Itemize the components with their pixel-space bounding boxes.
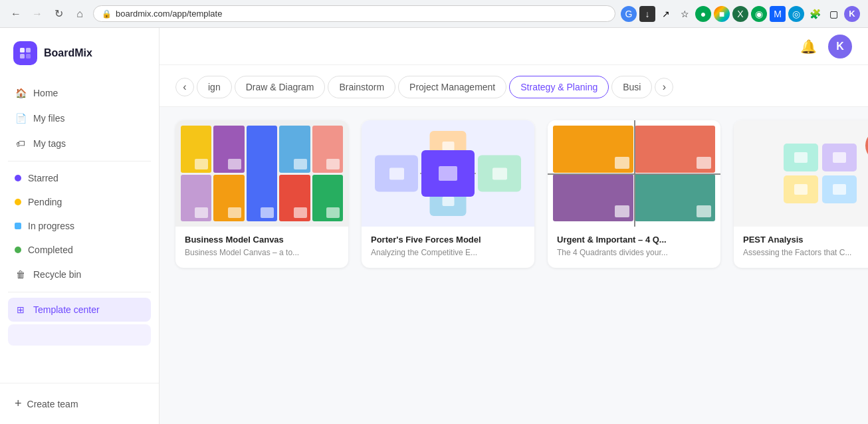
my-tags-label: My tags [33, 138, 66, 149]
sidebar-item-recycle-bin[interactable]: 🗑 Recycle bin [8, 263, 151, 286]
tabs-bar: ‹ ign Draw & Diagram Brainstorm Project … [160, 65, 868, 107]
user-avatar-browser[interactable]: K [844, 6, 860, 22]
star-browser-icon[interactable]: ☆ [677, 6, 693, 22]
trash-icon: 🗑 [15, 268, 27, 280]
browser-icons: G ↓ ↗ ☆ ● ■ X ◉ M ◎ 🧩 ▢ K [621, 6, 860, 22]
address-bar[interactable]: 🔒 boardmix.com/app/template [93, 5, 615, 22]
tab-brainstorm[interactable]: Brainstorm [328, 76, 395, 98]
ext3-icon[interactable]: X [732, 6, 748, 22]
create-team-button[interactable]: + Create team [8, 391, 151, 416]
template-card-pest[interactable]: PEST Analysis Assessing the Factors that… [734, 120, 868, 268]
sidebar-item-pending[interactable]: Pending [8, 191, 151, 213]
pending-label: Pending [28, 197, 62, 207]
forward-button[interactable]: → [29, 6, 45, 22]
ui-info: Urgent & Important – 4 Q... The 4 Quadra… [548, 227, 720, 268]
sidebar-item-in-progress[interactable]: In progress [8, 215, 151, 237]
sidebar-item-collapsed[interactable] [8, 324, 151, 346]
svg-rect-2 [20, 54, 25, 58]
home-browser-button[interactable]: ⌂ [72, 6, 88, 22]
app-layout: BoardMix 🏠 Home 📄 My files 🏷 My tags Sta… [0, 28, 868, 424]
sidebar-bottom: + Create team [0, 383, 159, 424]
ui-desc: The 4 Quadrants divides your... [557, 247, 711, 259]
pfm-desc: Analyzing the Competitive E... [371, 247, 525, 259]
svg-rect-0 [20, 48, 25, 53]
pest-desc: Assessing the Factors that C... [743, 247, 868, 259]
sidebar-item-starred[interactable]: Starred [8, 167, 151, 189]
sidebar-item-completed[interactable]: Completed [8, 239, 151, 261]
sidebar: BoardMix 🏠 Home 📄 My files 🏷 My tags Sta… [0, 28, 160, 424]
home-icon: 🏠 [15, 87, 27, 99]
bmc-info: Business Model Canvas Business Model Can… [175, 227, 348, 268]
starred-dot [15, 175, 21, 181]
tag-icon: 🏷 [15, 138, 27, 150]
template-card-bmc[interactable]: Business Model Canvas Business Model Can… [175, 120, 348, 268]
pest-preview [734, 120, 868, 227]
window-icon[interactable]: ▢ [825, 6, 841, 22]
template-card-ui[interactable]: Urgent & Important – 4 Q... The 4 Quadra… [548, 120, 720, 268]
svg-rect-1 [26, 48, 31, 53]
pfm-title: Porter's Five Forces Model [371, 235, 525, 245]
tab-design-label: ign [208, 82, 221, 92]
starred-label: Starred [28, 173, 58, 183]
user-avatar[interactable]: K [828, 35, 852, 58]
completed-label: Completed [28, 245, 73, 255]
sidebar-item-template-center[interactable]: ⊞ Template center [8, 298, 151, 322]
recycle-bin-label: Recycle bin [33, 269, 81, 280]
tab-next-button[interactable]: › [655, 78, 673, 96]
bell-icon: 🔔 [800, 39, 817, 54]
ext5-icon[interactable]: M [770, 6, 786, 22]
chevron-left-icon: ‹ [183, 81, 186, 93]
puzzle-icon[interactable]: 🧩 [807, 6, 823, 22]
tab-draw-diagram[interactable]: Draw & Diagram [235, 76, 326, 98]
notification-button[interactable]: 🔔 [796, 35, 820, 58]
ext4-icon[interactable]: ◉ [751, 6, 767, 22]
ui-preview [548, 120, 720, 227]
nav-divider [8, 161, 151, 161]
back-button[interactable]: ← [8, 6, 24, 22]
tab-strategy-label: Strategy & Planing [520, 82, 597, 92]
progress-dot [15, 223, 21, 229]
logo-icon [13, 41, 37, 65]
in-progress-label: In progress [28, 221, 74, 231]
download-icon[interactable]: ↓ [639, 6, 655, 22]
create-team-label: Create team [27, 399, 78, 409]
pfm-preview [362, 120, 534, 227]
topbar: 🔔 K [160, 28, 868, 65]
share-icon[interactable]: ↗ [658, 6, 674, 22]
logo: BoardMix [0, 28, 159, 76]
template-card-pfm[interactable]: Porter's Five Forces Model Analyzing the… [362, 120, 534, 268]
plus-icon: + [15, 397, 22, 411]
sidebar-nav: 🏠 Home 📄 My files 🏷 My tags Starred Pend… [0, 76, 159, 383]
chevron-right-icon: › [663, 81, 666, 93]
bmc-preview [175, 120, 348, 227]
svg-rect-3 [26, 54, 31, 58]
reload-button[interactable]: ↻ [51, 6, 66, 22]
ext6-icon[interactable]: ◎ [788, 6, 804, 22]
file-icon: 📄 [15, 112, 27, 124]
app-name: BoardMix [44, 47, 92, 59]
home-label: Home [33, 88, 58, 98]
tab-business[interactable]: Busi [611, 76, 652, 98]
nav-divider-2 [8, 292, 151, 292]
sidebar-item-home[interactable]: 🏠 Home [8, 81, 151, 105]
tab-project-management[interactable]: Project Management [398, 76, 506, 98]
url-text: boardmix.com/app/template [116, 9, 222, 19]
ext1-icon[interactable]: ● [695, 6, 711, 22]
pfm-info: Porter's Five Forces Model Analyzing the… [362, 227, 534, 268]
completed-dot [15, 247, 21, 253]
sidebar-item-my-tags[interactable]: 🏷 My tags [8, 132, 151, 156]
pest-info: PEST Analysis Assessing the Factors that… [734, 227, 868, 268]
sidebar-item-my-files[interactable]: 📄 My files [8, 106, 151, 130]
tab-prev-button[interactable]: ‹ [175, 78, 194, 96]
logo-svg [19, 47, 32, 60]
pending-dot [15, 199, 21, 205]
tab-strategy-planing[interactable]: Strategy & Planing [509, 76, 609, 98]
tab-draw-diagram-label: Draw & Diagram [246, 82, 314, 92]
tab-brainstorm-label: Brainstorm [339, 82, 384, 92]
ext2-icon[interactable]: ■ [714, 6, 730, 22]
tab-design[interactable]: ign [197, 76, 232, 98]
bmc-desc: Business Model Canvas – a to... [185, 247, 339, 259]
tab-project-label: Project Management [409, 82, 495, 92]
google-icon[interactable]: G [621, 6, 637, 22]
template-icon: ⊞ [15, 304, 27, 316]
